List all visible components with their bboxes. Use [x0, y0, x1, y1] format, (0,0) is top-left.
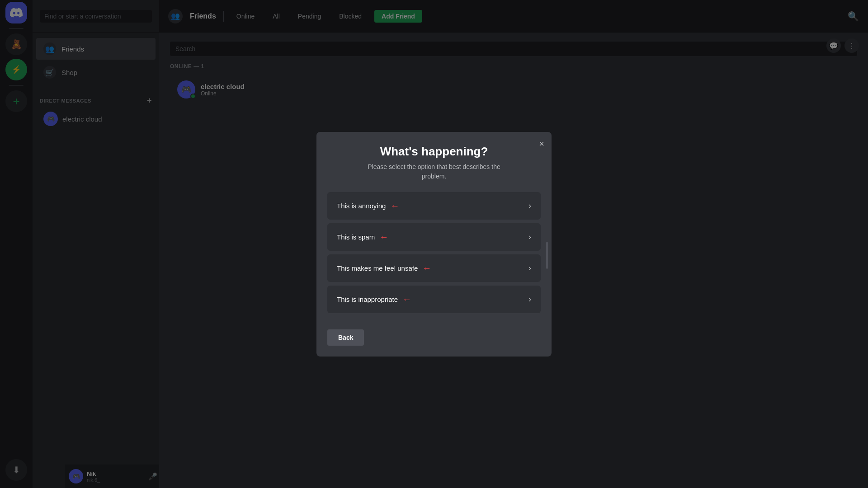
chevron-right-annoying: › [528, 201, 531, 211]
modal-body: This is annoying ← › This is spam ← › Th… [316, 187, 552, 322]
chevron-right-inappropriate: › [528, 295, 531, 304]
report-option-inappropriate-left: This is inappropriate ← [337, 294, 411, 305]
back-button[interactable]: Back [327, 329, 364, 346]
red-arrow-annoying: ← [390, 201, 399, 211]
report-option-inappropriate-label: This is inappropriate [337, 296, 398, 303]
report-option-unsafe-left: This makes me feel unsafe ← [337, 263, 431, 273]
report-option-annoying-left: This is annoying ← [337, 201, 399, 211]
report-option-spam[interactable]: This is spam ← › [327, 223, 541, 251]
red-arrow-unsafe: ← [422, 263, 431, 273]
report-option-unsafe-label: This makes me feel unsafe [337, 264, 418, 272]
report-option-inappropriate[interactable]: This is inappropriate ← › [327, 286, 541, 313]
report-option-spam-label: This is spam [337, 233, 375, 241]
modal-footer: Back [316, 322, 552, 357]
report-option-unsafe[interactable]: This makes me feel unsafe ← › [327, 254, 541, 282]
red-arrow-spam: ← [379, 232, 388, 242]
report-option-annoying-label: This is annoying [337, 202, 386, 210]
modal-title: What's happening? [327, 145, 541, 159]
scroll-indicator [546, 242, 548, 269]
red-arrow-inappropriate: ← [402, 294, 411, 305]
chevron-right-unsafe: › [528, 263, 531, 273]
modal-overlay: × What's happening? Please select the op… [0, 0, 868, 488]
report-option-annoying[interactable]: This is annoying ← › [327, 192, 541, 220]
modal-subtitle: Please select the option that best descr… [327, 162, 541, 181]
report-modal: × What's happening? Please select the op… [316, 132, 552, 357]
report-option-spam-left: This is spam ← [337, 232, 388, 242]
chevron-right-spam: › [528, 232, 531, 242]
modal-close-button[interactable]: × [539, 139, 544, 148]
modal-header: What's happening? Please select the opti… [316, 132, 552, 187]
